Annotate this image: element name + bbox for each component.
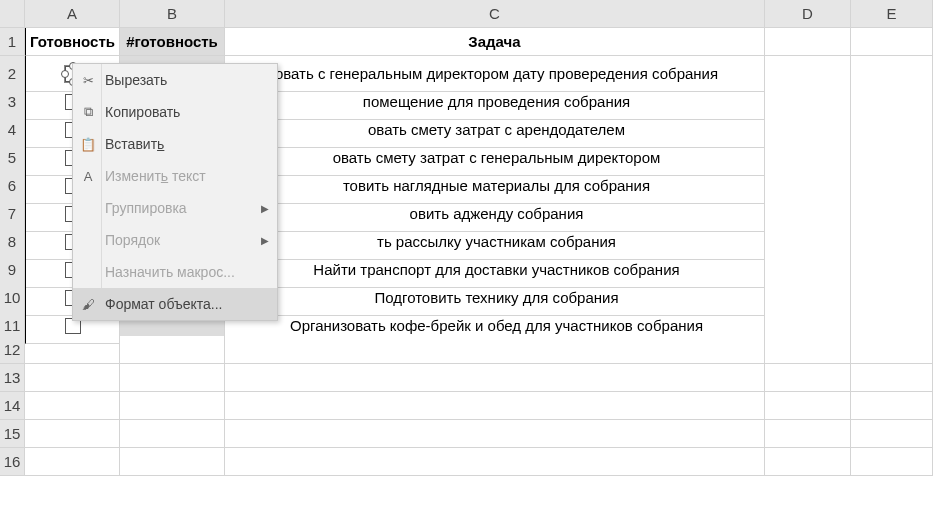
row-header-14[interactable]: 14 — [0, 392, 25, 420]
header-task[interactable]: Задача — [225, 28, 765, 56]
cell-D15[interactable] — [765, 420, 851, 448]
cell-C16[interactable] — [225, 448, 765, 476]
menu-grouping-label: Группировка — [99, 200, 261, 216]
menu-grouping[interactable]: Группировка ▶ — [73, 192, 277, 224]
cell-E15[interactable] — [851, 420, 933, 448]
row-header-12[interactable]: 12 — [0, 336, 25, 364]
copy-icon: ⧉ — [77, 104, 99, 120]
format-object-icon: 🖌 — [77, 297, 99, 312]
cell-E16[interactable] — [851, 448, 933, 476]
context-menu: ✂ Вырезать ⧉ Копировать 📋 Вставить A Изм… — [72, 63, 278, 321]
chevron-right-icon: ▶ — [261, 235, 269, 246]
header-readiness[interactable]: Готовность — [25, 28, 120, 56]
menu-format-object-label: Формат объекта... — [99, 296, 269, 312]
cell-B15[interactable] — [120, 420, 225, 448]
select-all-corner[interactable] — [0, 0, 25, 28]
col-header-C[interactable]: C — [225, 0, 765, 28]
chevron-right-icon: ▶ — [261, 203, 269, 214]
col-header-A[interactable]: A — [25, 0, 120, 28]
cell-C14[interactable] — [225, 392, 765, 420]
menu-paste[interactable]: 📋 Вставить — [73, 128, 277, 160]
resize-handle-left[interactable] — [61, 70, 69, 78]
menu-paste-label: Вставить — [99, 136, 269, 152]
menu-cut[interactable]: ✂ Вырезать — [73, 64, 277, 96]
cell-E14[interactable] — [851, 392, 933, 420]
cell-C15[interactable] — [225, 420, 765, 448]
cell-D12[interactable] — [765, 336, 851, 364]
menu-assign-macro[interactable]: Назначить макрос... — [73, 256, 277, 288]
menu-copy-label: Копировать — [99, 104, 269, 120]
cell-B13[interactable] — [120, 364, 225, 392]
cell-D13[interactable] — [765, 364, 851, 392]
menu-edit-text-label: Изменить текст — [99, 168, 269, 184]
cell-D16[interactable] — [765, 448, 851, 476]
cell-B12[interactable] — [120, 336, 225, 364]
menu-order[interactable]: Порядок ▶ — [73, 224, 277, 256]
row-header-15[interactable]: 15 — [0, 420, 25, 448]
menu-format-object[interactable]: 🖌 Формат объекта... — [73, 288, 277, 320]
cell-E13[interactable] — [851, 364, 933, 392]
cell-A14[interactable] — [25, 392, 120, 420]
cell-B16[interactable] — [120, 448, 225, 476]
row-header-13[interactable]: 13 — [0, 364, 25, 392]
cell-A13[interactable] — [25, 364, 120, 392]
cell-E1[interactable] — [851, 28, 933, 56]
cell-E12[interactable] — [851, 336, 933, 364]
col-header-D[interactable]: D — [765, 0, 851, 28]
row-header-16[interactable]: 16 — [0, 448, 25, 476]
cell-D1[interactable] — [765, 28, 851, 56]
cell-A15[interactable] — [25, 420, 120, 448]
scissors-icon: ✂ — [77, 73, 99, 88]
menu-assign-macro-label: Назначить макрос... — [99, 264, 269, 280]
edit-text-icon: A — [77, 169, 99, 184]
menu-cut-label: Вырезать — [99, 72, 269, 88]
col-header-B[interactable]: B — [120, 0, 225, 28]
cell-C13[interactable] — [225, 364, 765, 392]
cell-A16[interactable] — [25, 448, 120, 476]
cell-B14[interactable] — [120, 392, 225, 420]
menu-edit-text[interactable]: A Изменить текст — [73, 160, 277, 192]
row-header-1[interactable]: 1 — [0, 28, 25, 56]
col-header-E[interactable]: E — [851, 0, 933, 28]
header-readiness-flag[interactable]: #готовность — [120, 28, 225, 56]
cell-D14[interactable] — [765, 392, 851, 420]
cell-C12[interactable] — [225, 336, 765, 364]
menu-copy[interactable]: ⧉ Копировать — [73, 96, 277, 128]
menu-order-label: Порядок — [99, 232, 261, 248]
paste-icon: 📋 — [77, 137, 99, 152]
